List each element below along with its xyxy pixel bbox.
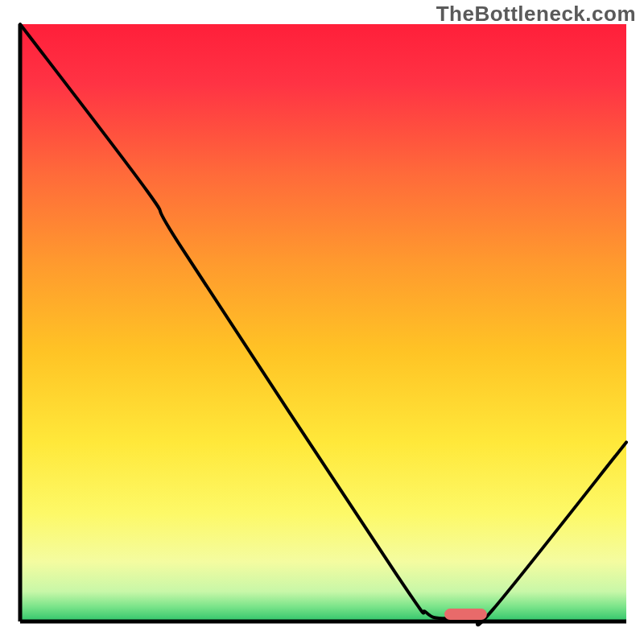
watermark-text: TheBottleneck.com [436, 2, 636, 27]
bottleneck-chart [0, 0, 644, 644]
optimal-range-marker [444, 609, 487, 620]
gradient-background [20, 24, 626, 621]
chart-container: TheBottleneck.com [0, 0, 644, 644]
